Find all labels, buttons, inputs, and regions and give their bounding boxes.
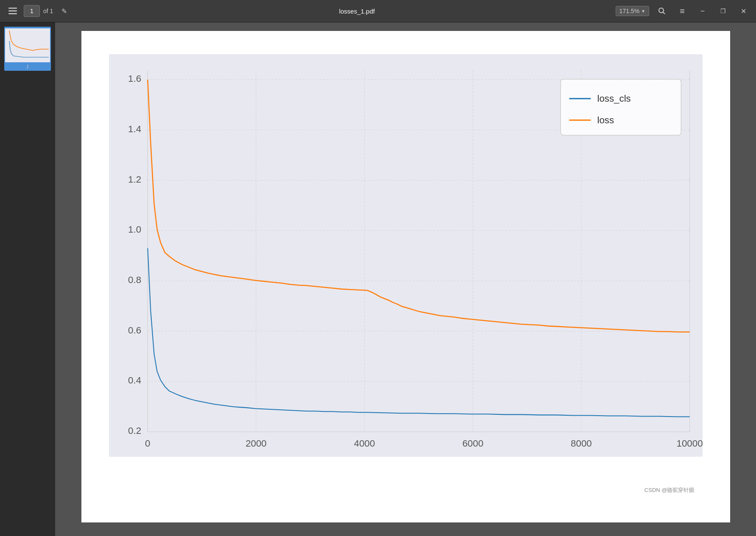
svg-text:8000: 8000: [571, 438, 592, 449]
svg-text:0.6: 0.6: [128, 325, 141, 336]
sidebar: 1: [0, 22, 55, 536]
svg-text:4000: 4000: [354, 438, 375, 449]
svg-rect-34: [561, 79, 681, 135]
thumbnail-label: 1: [26, 64, 29, 69]
svg-text:6000: 6000: [462, 438, 483, 449]
file-title: losses_1.pdf: [339, 8, 375, 15]
toolbar: 1 of 1 ✎ losses_1.pdf 171.5% ▼ ≡ − ❐ ✕: [0, 0, 756, 22]
pdf-page: 0.2 0.4 0.6 0.8 1.0 1.2 1.4 1.6 0 2000 4…: [81, 31, 730, 522]
svg-rect-1: [8, 11, 17, 12]
chart-container: 0.2 0.4 0.6 0.8 1.0 1.2 1.4 1.6 0 2000 4…: [109, 54, 703, 457]
svg-text:0.8: 0.8: [128, 275, 141, 285]
page-of-label: of 1: [43, 8, 53, 14]
minimize-button[interactable]: −: [695, 3, 710, 19]
toolbar-left: 1 of 1 ✎: [5, 3, 98, 19]
chart-svg: 0.2 0.4 0.6 0.8 1.0 1.2 1.4 1.6 0 2000 4…: [109, 54, 703, 457]
svg-text:0: 0: [145, 438, 150, 449]
svg-text:10000: 10000: [676, 438, 702, 449]
chart-wrapper: 0.2 0.4 0.6 0.8 1.0 1.2 1.4 1.6 0 2000 4…: [109, 54, 703, 499]
svg-text:loss: loss: [597, 115, 614, 125]
svg-rect-2: [8, 13, 17, 14]
restore-button[interactable]: ❐: [715, 3, 731, 19]
main-area: 1: [0, 22, 756, 536]
svg-rect-0: [8, 8, 17, 9]
svg-text:1.0: 1.0: [128, 224, 141, 235]
thumbnail-canvas: [5, 28, 50, 62]
svg-text:0.2: 0.2: [128, 425, 141, 436]
thumbnail-page-1[interactable]: 1: [4, 27, 51, 71]
svg-text:0.4: 0.4: [128, 375, 141, 386]
zoom-display[interactable]: 171.5% ▼: [616, 6, 649, 16]
svg-text:loss_cls: loss_cls: [597, 93, 630, 104]
pdf-content[interactable]: 0.2 0.4 0.6 0.8 1.0 1.2 1.4 1.6 0 2000 4…: [55, 22, 756, 536]
svg-text:1.4: 1.4: [128, 124, 141, 134]
chevron-down-icon: ▼: [641, 9, 645, 14]
edit-button[interactable]: ✎: [56, 3, 72, 19]
search-button[interactable]: [654, 3, 670, 19]
svg-text:1.2: 1.2: [128, 174, 141, 185]
svg-text:iter: iter: [411, 456, 427, 457]
close-button[interactable]: ✕: [736, 3, 751, 19]
toolbar-right: 171.5% ▼ ≡ − ❐ ✕: [616, 3, 751, 19]
page-number-input[interactable]: 1: [24, 5, 40, 17]
zoom-level: 171.5%: [619, 8, 639, 14]
svg-text:2000: 2000: [245, 438, 267, 449]
menu-button[interactable]: ≡: [675, 3, 690, 19]
toolbar-center: losses_1.pdf: [102, 8, 612, 15]
watermark: CSDN @骆驼穿针眼: [644, 486, 695, 494]
svg-point-3: [659, 8, 664, 13]
svg-text:1.6: 1.6: [128, 73, 141, 84]
sidebar-toggle-button[interactable]: [5, 3, 20, 19]
svg-line-4: [663, 12, 665, 14]
